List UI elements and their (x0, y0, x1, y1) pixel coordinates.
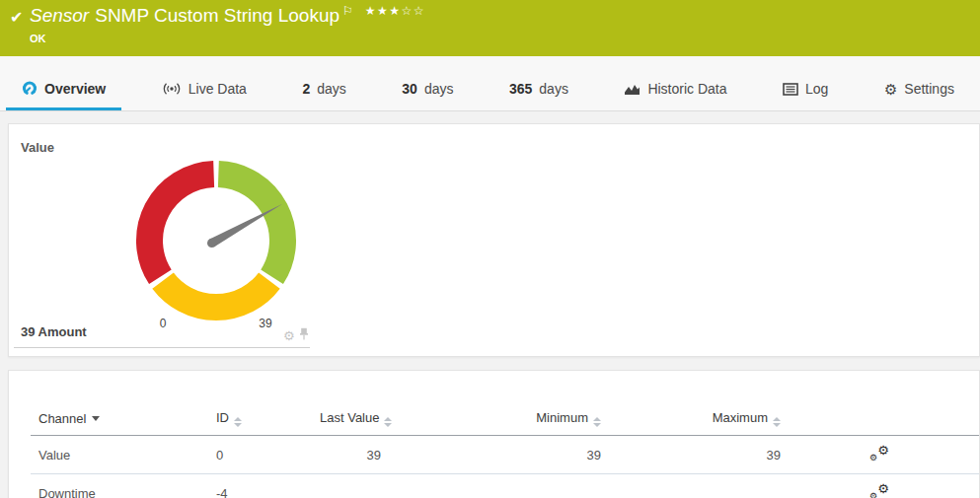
gauge-segment-red (150, 175, 214, 277)
tab-label: Overview (44, 81, 106, 97)
cell-actions: ⚙⚙ (808, 474, 979, 498)
tab-overview[interactable]: Overview (6, 56, 121, 110)
log-icon (783, 83, 798, 96)
status-check-icon: ✔ (10, 8, 23, 27)
tab-label: days (317, 81, 346, 97)
sensor-kind-label: Sensor (30, 5, 89, 26)
flag-icon[interactable]: ⚐ (342, 4, 353, 18)
sort-both-icon (773, 417, 781, 427)
column-label: Channel (38, 411, 86, 426)
tab-label: days (539, 81, 568, 97)
gauge-scale-max: 39 (254, 317, 277, 330)
gauge-panel-title: Value (21, 140, 54, 155)
tab-365-days[interactable]: 365days (493, 56, 584, 110)
table-header-row: ChannelIDLast ValueMinimumMaximum (31, 410, 979, 436)
value-gauge (126, 151, 306, 330)
gauge-caption: 39 Amount (21, 324, 87, 339)
sort-desc-icon (92, 416, 100, 421)
column-header-channel[interactable]: Channel (31, 410, 208, 436)
sort-both-icon (384, 417, 392, 427)
priority-stars[interactable]: ★★★☆☆ (365, 4, 425, 18)
stars-empty: ☆☆ (402, 4, 426, 18)
channel-settings-icon[interactable]: ⚙⚙ (869, 445, 889, 462)
cell-maximum: 39 (626, 436, 808, 474)
tab-label: Live Data (188, 81, 247, 97)
cell-last_value: 39 (312, 436, 411, 474)
tab-number: 30 (402, 81, 417, 97)
status-badge: OK (30, 33, 425, 44)
gauge-scale-min: 0 (151, 317, 175, 330)
cell-last_value (312, 474, 411, 498)
tab-label: Historic Data (647, 81, 726, 97)
gear-icon[interactable]: ⚙ (283, 329, 295, 342)
live-data-icon (162, 82, 182, 96)
pin-icon[interactable] (299, 326, 309, 344)
tab-settings[interactable]: ⚙Settings (868, 56, 970, 110)
tab-live-data[interactable]: Live Data (146, 56, 263, 110)
historic-data-icon (624, 83, 641, 96)
channel-settings-icon[interactable]: ⚙⚙ (869, 483, 889, 498)
column-header-maximum[interactable]: Maximum (626, 410, 808, 436)
column-label: Last Value (320, 410, 379, 425)
tab-label: Log (805, 81, 828, 97)
sensor-name: SNMP Custom String Lookup (95, 5, 339, 26)
channels-table: ChannelIDLast ValueMinimumMaximum Value0… (31, 410, 979, 498)
gauge-icon (22, 81, 38, 97)
column-label: ID (216, 410, 229, 425)
sort-both-icon (593, 417, 601, 427)
column-header-id[interactable]: ID (208, 410, 312, 436)
cell-channel[interactable]: Downtime (31, 474, 208, 498)
channel-row-value: Value0393939⚙⚙ (31, 436, 979, 474)
tab-2-days[interactable]: 2days (286, 56, 361, 110)
gauge-segment-yellow (163, 281, 269, 308)
tab-number: 2 (302, 81, 310, 97)
gauge-actions: ⚙ (283, 326, 309, 344)
tab-historic-data[interactable]: Historic Data (608, 56, 742, 110)
cell-maximum (626, 474, 808, 498)
cell-minimum (411, 474, 626, 498)
column-label: Maximum (713, 410, 768, 425)
sensor-header: ✔ SensorSNMP Custom String Lookup⚐★★★☆☆ … (0, 0, 980, 56)
gauge-segment-green (218, 175, 282, 277)
cell-id: 0 (208, 436, 312, 474)
stars-filled: ★★★ (365, 4, 402, 18)
tab-label: Settings (904, 81, 954, 97)
cell-channel[interactable]: Value (31, 436, 208, 474)
tab-log[interactable]: Log (767, 56, 844, 110)
channels-panel: ChannelIDLast ValueMinimumMaximum Value0… (8, 370, 980, 498)
column-header-minimum[interactable]: Minimum (411, 410, 626, 436)
column-header-last_value[interactable]: Last Value (312, 410, 411, 436)
channel-row-downtime: Downtime-4⚙⚙ (31, 474, 979, 498)
cell-id: -4 (208, 474, 312, 498)
page-title: SensorSNMP Custom String Lookup⚐★★★☆☆ (30, 4, 425, 30)
column-label: Minimum (536, 410, 588, 425)
gauge-caption-underline (14, 347, 310, 348)
settings-icon: ⚙ (884, 82, 897, 97)
gauge-panel: Value 0 39 39 Amount ⚙ (8, 123, 980, 357)
cell-minimum: 39 (411, 436, 626, 474)
tab-number: 365 (509, 81, 532, 97)
gauge-needle-hub (207, 239, 216, 248)
cell-actions: ⚙⚙ (808, 436, 979, 474)
tab-30-days[interactable]: 30days (386, 56, 469, 110)
tab-label: days (424, 81, 454, 97)
column-header-actions (808, 410, 979, 436)
sort-both-icon (234, 417, 242, 427)
tab-bar: OverviewLive Data2days30days365daysHisto… (0, 56, 980, 111)
